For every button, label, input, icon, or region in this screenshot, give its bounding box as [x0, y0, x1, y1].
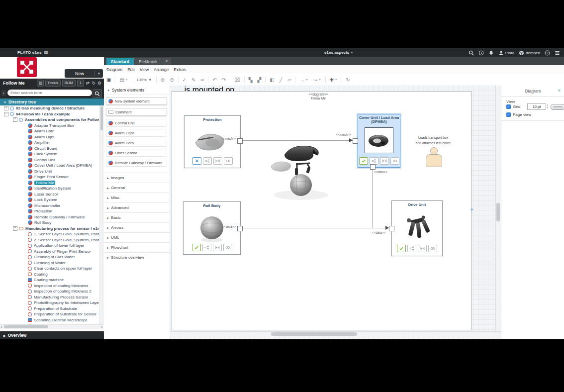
- port[interactable]: [353, 138, 358, 144]
- port[interactable]: [237, 226, 243, 231]
- tree-item[interactable]: Application of lower foil layer: [0, 243, 99, 249]
- palette-section-collapsed[interactable]: ▶Arrows: [104, 222, 170, 232]
- merge-button[interactable]: [380, 157, 389, 165]
- org-menu[interactable]: demoen: [519, 50, 540, 56]
- spinner-icons[interactable]: ▲▼: [546, 103, 549, 110]
- to-front-button[interactable]: ▚: [246, 77, 255, 83]
- app-grid-icon[interactable]: ▦: [44, 50, 48, 55]
- edge-status-vertical[interactable]: [372, 169, 373, 228]
- fill-color-button[interactable]: ◧: [267, 77, 277, 83]
- tree-item[interactable]: Clear contacts on upper foil layer: [0, 266, 99, 272]
- palette-element-button[interactable]: Laser Sensor: [106, 149, 167, 157]
- grid-size-input[interactable]: 10 pt: [527, 103, 546, 110]
- canvas-horizontal-scrollbar[interactable]: [170, 331, 501, 337]
- exclude-button[interactable]: [192, 157, 201, 165]
- tree-item[interactable]: Finger Print Sensor: [0, 174, 99, 180]
- tree-item[interactable]: Follow Me: [0, 180, 99, 186]
- search-input[interactable]: [7, 90, 92, 96]
- tree-expander-icon[interactable]: −: [13, 117, 17, 122]
- add-shape-button[interactable]: ✚▼: [327, 77, 340, 83]
- palette-section-collapsed[interactable]: ▶Flowchart: [104, 242, 170, 252]
- scrollbar-thumb[interactable]: [271, 332, 357, 336]
- delete-button[interactable]: ⌧: [232, 77, 243, 83]
- connector-style-button[interactable]: ↝▼: [311, 77, 324, 83]
- save-button[interactable]: ▣: [104, 77, 113, 83]
- zoom-level-select[interactable]: 100%▼: [134, 78, 154, 82]
- collapse-search-icon[interactable]: ▸: [1, 90, 6, 96]
- menu-item[interactable]: View: [140, 67, 149, 72]
- approve-button[interactable]: [359, 157, 368, 165]
- to-back-button[interactable]: ▞: [255, 77, 264, 83]
- tree-item[interactable]: Assembly of Finger Print Sensor: [0, 249, 99, 255]
- tree-item[interactable]: Click System: [0, 151, 99, 157]
- arrow-style-button[interactable]: →▼: [297, 77, 310, 83]
- tree-item[interactable]: Inspection of coating thickness 2: [0, 289, 99, 294]
- tree-item[interactable]: Inspection of coating thickness: [0, 283, 99, 289]
- palette-element-button[interactable]: Alarm Light: [106, 129, 167, 137]
- app-menu[interactable]: e1ns.aspects ▼: [324, 50, 353, 55]
- link-button[interactable]: [428, 245, 437, 252]
- page-view-checkbox[interactable]: ✓: [506, 112, 511, 117]
- scrollbar-thumb[interactable]: [4, 325, 48, 328]
- merge-button[interactable]: [418, 245, 427, 252]
- palette-section-collapsed[interactable]: ▶Structure overview: [104, 252, 170, 262]
- merge-button[interactable]: [213, 157, 222, 165]
- tree-item[interactable]: Remote Gateway / Firmware: [0, 214, 99, 220]
- share-button[interactable]: [370, 157, 378, 165]
- palette-section-collapsed[interactable]: ▶UML: [104, 232, 170, 242]
- refresh-button[interactable]: ↻: [344, 77, 353, 83]
- node-cover-unit[interactable]: Cover Unit / Load Area (DFMEA): [358, 114, 400, 168]
- expand-right-panel-icon[interactable]: »: [470, 207, 473, 212]
- tree-item[interactable]: Coating: [0, 272, 99, 278]
- menu-item[interactable]: Diagram: [106, 67, 122, 72]
- zoom-out-button[interactable]: ⊖: [167, 77, 176, 83]
- edge-status-horizontal[interactable]: [242, 228, 389, 228]
- palette-section-collapsed[interactable]: ▶Advanced: [104, 202, 170, 212]
- variant-tab[interactable]: Elektronik: [134, 58, 162, 65]
- search-go-button[interactable]: [93, 89, 102, 98]
- palette-shape-button[interactable]: New system element: [106, 97, 167, 105]
- palette-section-collapsed[interactable]: ▶Images: [104, 173, 170, 183]
- scroll-right-icon[interactable]: ▸: [101, 325, 103, 329]
- tree-item[interactable]: Preparation of Substrate for Sensor: [0, 311, 99, 317]
- share-button[interactable]: [203, 157, 212, 165]
- level-button[interactable]: 1: [77, 80, 84, 87]
- user-menu[interactable]: Plato: [498, 50, 514, 56]
- actor-person-icon[interactable]: [430, 147, 438, 155]
- palette-element-button[interactable]: Alarm Horn: [106, 139, 167, 147]
- palette-section-collapsed[interactable]: ▶General: [104, 183, 170, 193]
- port[interactable]: [389, 226, 394, 231]
- edge-is-mounted-on[interactable]: [242, 140, 353, 141]
- tree-item[interactable]: Manufacturing Process Sensor: [0, 294, 99, 300]
- canvas-vertical-scrollbar[interactable]: [495, 86, 501, 331]
- line-color-button[interactable]: ╱: [277, 77, 285, 83]
- focus-button[interactable]: Focus: [45, 80, 60, 87]
- palette-section-collapsed[interactable]: ▶Basic: [104, 212, 170, 222]
- help-icon[interactable]: [545, 50, 550, 56]
- menu-item[interactable]: Extras: [174, 67, 186, 72]
- node-drive-unit[interactable]: Drive Unit: [391, 200, 443, 256]
- link-button[interactable]: [390, 157, 399, 165]
- palette-element-button[interactable]: Remote Gateway / Firmware: [106, 159, 167, 167]
- refresh-icon[interactable]: ↻: [92, 81, 95, 86]
- tree-item[interactable]: Lock System: [0, 197, 99, 203]
- port[interactable]: [370, 164, 376, 170]
- tab-dropdown-icon[interactable]: ▼: [162, 58, 171, 65]
- tree-item[interactable]: Cleaning of Glas Wafer: [0, 254, 99, 260]
- share-button[interactable]: [407, 245, 416, 252]
- tree-item[interactable]: Amplifier: [0, 140, 99, 146]
- tree-item[interactable]: Adapter Transport Box: [0, 123, 99, 129]
- port[interactable]: [237, 138, 243, 144]
- edit-style-button[interactable]: ✓: [180, 77, 189, 83]
- tree-item[interactable]: Alarm Horn: [0, 128, 99, 134]
- tree-vertical-scrollbar[interactable]: [99, 105, 104, 324]
- grid-checkbox[interactable]: ✓: [506, 104, 511, 109]
- scrollbar-thumb[interactable]: [496, 203, 500, 221]
- close-icon[interactable]: ×: [558, 88, 561, 93]
- tree-item[interactable]: Identification System: [0, 186, 99, 192]
- grid-style-button[interactable]: [551, 104, 564, 110]
- palette-shape-button[interactable]: Comment: [106, 108, 167, 116]
- tree-item[interactable]: Scanning Electron Microscope: [0, 317, 99, 323]
- new-button[interactable]: New▼: [65, 69, 103, 78]
- tree-item[interactable]: Cleaning of Wafer: [0, 260, 99, 266]
